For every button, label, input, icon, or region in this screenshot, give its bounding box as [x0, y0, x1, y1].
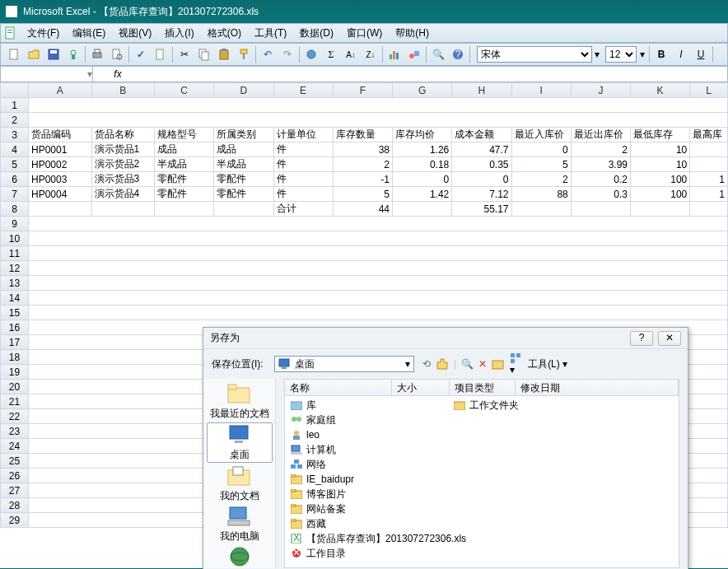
autosum-icon[interactable]: Σ: [322, 45, 340, 63]
svg-rect-32: [511, 359, 515, 363]
place-recent[interactable]: 我最近的文档: [207, 382, 273, 421]
redo-icon[interactable]: ↷: [278, 45, 296, 63]
font-size-select[interactable]: 12: [605, 46, 637, 63]
up-icon[interactable]: [436, 357, 449, 371]
close-button[interactable]: ✕: [658, 331, 681, 346]
hyperlink-icon[interactable]: [302, 45, 320, 63]
sort-desc-icon[interactable]: Z↓: [362, 45, 380, 63]
col-type[interactable]: 项目类型: [450, 380, 516, 395]
row-header[interactable]: 4: [1, 142, 29, 157]
views-icon[interactable]: ▾: [510, 352, 523, 375]
list-item[interactable]: X【货品库存查询】201307272306.xls: [287, 531, 677, 546]
row-header[interactable]: 6: [1, 172, 29, 187]
search-icon[interactable]: 🔍: [461, 358, 474, 370]
underline-icon[interactable]: U: [692, 45, 710, 63]
svg-rect-33: [228, 388, 250, 403]
name-box[interactable]: ▾: [1, 67, 93, 82]
sort-asc-icon[interactable]: A↓: [342, 45, 360, 63]
menu-format[interactable]: 格式(O): [201, 26, 248, 40]
new-icon[interactable]: [5, 45, 23, 63]
italic-icon[interactable]: I: [672, 45, 690, 63]
chart-icon[interactable]: [385, 45, 404, 63]
delete-icon[interactable]: ✕: [478, 358, 487, 370]
place-network[interactable]: [207, 545, 273, 569]
list-item[interactable]: ✕工作目录: [287, 546, 677, 561]
back-icon[interactable]: ⟲: [422, 358, 431, 370]
place-computer[interactable]: 我的电脑: [207, 505, 273, 543]
col-header[interactable]: E: [273, 83, 333, 98]
preview-icon[interactable]: [108, 45, 126, 63]
col-header[interactable]: G: [393, 83, 452, 98]
menu-help[interactable]: 帮助(H): [389, 26, 436, 40]
col-header[interactable]: A: [29, 83, 92, 98]
list-item[interactable]: 家庭组: [287, 413, 677, 427]
list-item[interactable]: 西藏: [287, 516, 677, 531]
col-header[interactable]: D: [214, 83, 273, 98]
format-painter-icon[interactable]: [235, 45, 253, 63]
open-icon[interactable]: [25, 45, 43, 63]
menu-file[interactable]: 文件(F): [21, 26, 66, 40]
svg-rect-7: [72, 54, 75, 59]
folder-icon: [290, 503, 303, 515]
document-icon[interactable]: [4, 26, 17, 40]
list-item[interactable]: 计算机: [287, 442, 677, 457]
row-header[interactable]: 3: [1, 128, 29, 142]
list-item[interactable]: 网站备案: [287, 501, 677, 516]
drawing-icon[interactable]: [405, 45, 423, 63]
col-header[interactable]: F: [333, 83, 392, 98]
paste-icon[interactable]: [215, 45, 233, 63]
list-item[interactable]: 网络: [287, 457, 677, 472]
menu-edit[interactable]: 编辑(E): [66, 26, 112, 40]
bold-icon[interactable]: B: [652, 45, 670, 63]
save-icon[interactable]: [44, 45, 63, 63]
list-item[interactable]: IE_baidupr: [287, 472, 677, 487]
help-icon[interactable]: ?: [449, 45, 467, 63]
col-date[interactable]: 修改日期: [516, 380, 679, 395]
svg-rect-22: [396, 53, 399, 59]
menu-view[interactable]: 视图(V): [112, 26, 158, 40]
col-header[interactable]: C: [155, 83, 214, 98]
select-all-corner[interactable]: [1, 83, 29, 98]
row-header[interactable]: 1: [1, 98, 29, 113]
font-name-select[interactable]: 宋体: [477, 46, 592, 63]
new-folder-icon[interactable]: [492, 358, 505, 370]
col-header[interactable]: L: [690, 83, 728, 98]
place-documents[interactable]: 我的文档: [207, 464, 273, 503]
group-icon: [290, 414, 303, 426]
row-header[interactable]: 9: [1, 217, 29, 231]
col-header[interactable]: I: [511, 83, 571, 98]
menu-data[interactable]: 数据(D): [293, 26, 340, 40]
tools-menu[interactable]: 工具(L) ▾: [528, 357, 567, 371]
col-header[interactable]: J: [571, 83, 630, 98]
permission-icon[interactable]: [64, 45, 82, 63]
undo-icon[interactable]: ↶: [259, 45, 277, 63]
spelling-icon[interactable]: ✓: [132, 45, 150, 63]
cut-icon[interactable]: ✂: [175, 45, 194, 63]
col-size[interactable]: 大小: [392, 380, 450, 395]
location-select[interactable]: 桌面 ▾: [274, 356, 414, 372]
col-name[interactable]: 名称: [285, 380, 392, 395]
menu-bar: 文件(F) 编辑(E) 视图(V) 插入(I) 格式(O) 工具(T) 数据(D…: [0, 23, 728, 43]
svg-point-23: [409, 54, 414, 58]
list-item[interactable]: leo: [287, 427, 677, 442]
col-header[interactable]: K: [631, 83, 690, 98]
col-header[interactable]: H: [452, 83, 511, 98]
row-header[interactable]: 8: [1, 202, 29, 217]
fx-label[interactable]: fx: [93, 68, 142, 80]
row-header[interactable]: 2: [1, 113, 29, 128]
row-header[interactable]: 7: [1, 187, 29, 202]
menu-insert[interactable]: 插入(I): [158, 26, 200, 40]
place-desktop[interactable]: 桌面: [207, 422, 273, 463]
menu-tools[interactable]: 工具(T): [248, 26, 293, 40]
list-item[interactable]: 博客图片: [287, 487, 677, 501]
svg-rect-59: [291, 504, 296, 506]
row-header[interactable]: 5: [1, 157, 29, 172]
copy-icon[interactable]: [195, 45, 213, 63]
print-icon[interactable]: [88, 45, 106, 63]
help-button[interactable]: ?: [630, 331, 653, 346]
list-item[interactable]: 工作文件夹: [450, 398, 522, 413]
menu-window[interactable]: 窗口(W): [340, 26, 389, 40]
col-header[interactable]: B: [91, 83, 155, 98]
research-icon[interactable]: [152, 45, 170, 63]
zoom-icon[interactable]: 🔍: [429, 45, 447, 63]
